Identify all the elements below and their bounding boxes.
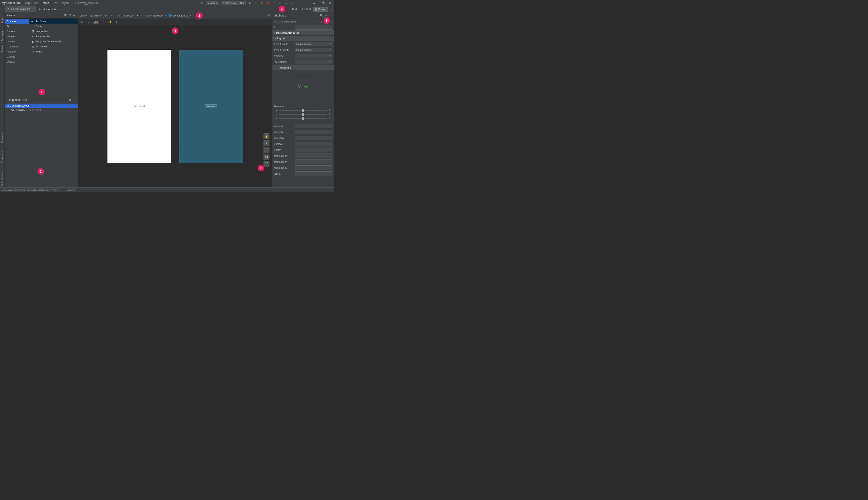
toolbar-device[interactable]: ▢Pixel▾	[124, 14, 135, 17]
blueprint-preview[interactable]: TextView	[179, 50, 243, 163]
status-path[interactable]: androidx.constraintlayout.widget.Constra…	[2, 189, 58, 191]
attr-alpha-input[interactable]	[295, 171, 332, 176]
palette-item-scrollview[interactable]: ▤ScrollView	[29, 44, 78, 49]
palette-cat-text[interactable]: Text	[4, 24, 29, 29]
warnings-icon[interactable]: ⓘ	[266, 13, 270, 18]
palette-item-imageview[interactable]: 🖼ImageView	[29, 29, 78, 34]
breadcrumb-project[interactable]: MyApplication	[2, 1, 21, 4]
apply-changes-icon[interactable]: ⟳	[254, 1, 258, 5]
zoom-reset-button[interactable]: 1:1	[263, 154, 270, 160]
slider-track[interactable]	[279, 118, 327, 119]
infer-constraints-icon[interactable]: ✨	[108, 20, 112, 24]
palette-cat-helpers[interactable]: Helpers	[4, 49, 29, 54]
rotation-z-slider[interactable]: z 0	[274, 117, 332, 120]
section-layout[interactable]: ⌄ Layout	[273, 35, 334, 41]
slider-thumb[interactable]	[302, 109, 304, 112]
sdk-icon[interactable]: ⬓	[312, 1, 316, 5]
attr-scaley-input[interactable]	[295, 148, 332, 152]
gutter-structure[interactable]: Structure	[1, 132, 4, 144]
attr-rotationx-input[interactable]	[295, 130, 332, 134]
clear-constraints-icon[interactable]: ✕	[102, 20, 106, 24]
attr-translationx-input[interactable]	[295, 154, 332, 158]
gear-icon[interactable]: ⚙	[68, 98, 72, 102]
slider-track[interactable]	[279, 110, 327, 111]
search-icon[interactable]: 🔍	[319, 13, 323, 18]
gear-icon[interactable]: ⚙	[323, 13, 328, 18]
tree-textview[interactable]: Ab TextView "Hello World!"	[4, 108, 78, 112]
zoom-in-button[interactable]: +	[263, 140, 270, 146]
pan-button[interactable]: ✋	[263, 133, 270, 139]
breadcrumb-res[interactable]: res	[54, 1, 58, 4]
gutter-project[interactable]: Project	[1, 15, 4, 24]
breadcrumb-app[interactable]: app	[25, 1, 30, 4]
run-button[interactable]: ▶	[248, 1, 252, 5]
search-icon[interactable]: 🔍	[64, 13, 68, 18]
attr-tools-visibility-select[interactable]: ▾	[295, 59, 332, 64]
attr-visibility-select[interactable]: ▾	[295, 54, 332, 58]
avd-icon[interactable]: ▢	[306, 1, 310, 5]
palette-item-button[interactable]: ▭Button	[29, 24, 78, 29]
view-mode-design[interactable]: ▦Design	[313, 7, 328, 12]
palette-cat-layouts[interactable]: Layouts	[4, 39, 29, 44]
view-mode-code[interactable]: ≡Code	[288, 7, 300, 11]
sync-icon[interactable]: ⟐	[300, 1, 304, 5]
rotation-x-slider[interactable]: x 0	[274, 109, 332, 112]
breadcrumb-src[interactable]: src	[34, 1, 38, 4]
gutter-resource-manager[interactable]: Resource Manager	[1, 30, 4, 53]
tab-main-activity[interactable]: ◉ MainActivity.kt ×	[36, 7, 64, 12]
attr-rotationy-input[interactable]	[295, 136, 332, 140]
stop-button[interactable]: ■	[290, 1, 294, 5]
attr-translationz-input[interactable]	[295, 166, 332, 170]
tab-activity-main[interactable]: ⬘ activity_main.xml ×	[4, 6, 36, 12]
minimize-icon[interactable]: —	[72, 13, 76, 18]
coverage-icon[interactable]: ◉	[278, 1, 282, 5]
status-item[interactable]: TextView	[65, 189, 75, 191]
toolbar-api[interactable]: ▸T▾	[137, 14, 143, 17]
debug-icon[interactable]: 🐞	[266, 1, 270, 5]
palette-cat-google[interactable]: Google	[4, 54, 29, 59]
attach-debugger-icon[interactable]: ⫘	[284, 1, 288, 5]
attr-translationy-input[interactable]	[295, 159, 332, 164]
design-canvas[interactable]: 4 Hello World! ⫽ TextView ✋ + − 1:1 ⛶ 7	[78, 25, 272, 188]
attr-rotation-input[interactable]	[295, 124, 332, 128]
breadcrumb-layout[interactable]: layout	[62, 1, 69, 4]
breadcrumb-main[interactable]: main	[43, 1, 49, 4]
minimize-icon[interactable]: —	[72, 98, 76, 102]
view-mode-split[interactable]: ⫿⫿Split	[300, 7, 313, 11]
breadcrumb-file[interactable]: activity_main.xml	[78, 1, 99, 4]
more-icon[interactable]: ⋮	[330, 7, 334, 11]
toolbar-file[interactable]: activity_main.xml▾	[80, 14, 101, 17]
palette-cat-containers[interactable]: Containers	[4, 44, 29, 49]
close-icon[interactable]: ×	[32, 7, 33, 11]
attr-layout-height-select[interactable]: match_parent▾	[295, 48, 332, 52]
search-icon[interactable]: 🔍	[322, 1, 326, 5]
palette-cat-widgets[interactable]: Widgets	[4, 34, 29, 39]
eye-icon[interactable]: 👁	[80, 20, 84, 24]
rotation-y-slider[interactable]: y 0	[274, 113, 332, 116]
palette-cat-common[interactable]: Common	[4, 19, 29, 24]
slider-thumb[interactable]	[302, 117, 304, 120]
device-selector[interactable]: ▢ Pixel 4 API 30 ▾	[221, 1, 246, 5]
toolbar-locale[interactable]: 🌐Default (en-us)▾	[169, 14, 191, 17]
transform-view-widget[interactable]: View	[290, 76, 316, 97]
palette-cat-legacy[interactable]: Legacy	[4, 59, 29, 64]
resize-handle[interactable]: ⫽	[171, 163, 174, 166]
attr-id-input[interactable]	[295, 25, 332, 30]
profiler-icon[interactable]: ◔	[272, 1, 276, 5]
attr-scalex-input[interactable]	[295, 141, 332, 146]
blueprint-textview[interactable]: TextView	[205, 104, 217, 108]
toolbar-app[interactable]: ◎MyApplication▾	[145, 14, 166, 17]
gutter-build-variants[interactable]: Build Variants	[1, 170, 4, 188]
hammer-icon[interactable]: ⚒	[200, 1, 204, 5]
palette-item-recyclerview[interactable]: ≡RecyclerView	[29, 34, 78, 39]
zoom-fit-button[interactable]: ⛶	[263, 161, 270, 167]
magnet-icon[interactable]: ⫰	[86, 20, 90, 24]
night-mode-icon[interactable]: ◐	[117, 13, 122, 18]
attr-layout-width-select[interactable]: match_parent▾	[295, 42, 332, 46]
orientation-icon[interactable]: ⟳	[111, 13, 115, 18]
palette-item-textview[interactable]: AbTextView	[29, 19, 78, 24]
palette-cat-buttons[interactable]: Buttons	[4, 29, 29, 34]
zoom-out-button[interactable]: −	[263, 147, 270, 153]
guidelines-icon[interactable]: ⫾	[114, 20, 118, 24]
slider-thumb[interactable]	[302, 113, 304, 116]
